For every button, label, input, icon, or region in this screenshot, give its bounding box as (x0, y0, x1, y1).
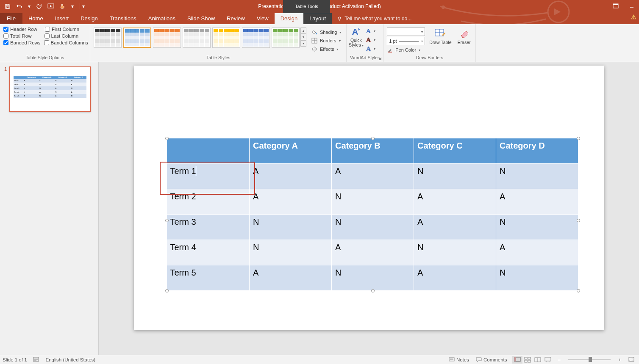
table-cell[interactable]: N (250, 215, 332, 240)
table-cell[interactable]: N (332, 265, 414, 291)
table-style-3[interactable] (183, 28, 211, 48)
checkbox-banded-rows[interactable]: Banded Rows (3, 40, 41, 45)
tab-animations[interactable]: Animations (142, 13, 181, 24)
quick-styles-button[interactable]: A Quick Styles▾ (350, 27, 362, 48)
table-header-0[interactable] (167, 138, 250, 164)
text-effects-button[interactable]: A (364, 44, 373, 53)
slide-thumbnail-1[interactable]: Category ACategory BCategory CCategory D… (9, 66, 91, 112)
reading-view-button[interactable] (533, 356, 543, 364)
checkbox-total-row[interactable]: Total Row (3, 33, 32, 39)
tab-view[interactable]: View (251, 13, 275, 24)
effects-button[interactable]: Effects▾ (310, 45, 343, 53)
zoom-slider[interactable] (568, 359, 611, 360)
start-from-beginning-button[interactable] (47, 2, 55, 11)
spell-check-icon[interactable] (33, 356, 40, 363)
table-style-4[interactable] (212, 28, 240, 48)
tab-design[interactable]: Design (75, 13, 103, 24)
normal-view-button[interactable] (512, 356, 522, 364)
gallery-scroll-up[interactable]: ▴ (300, 28, 306, 34)
table-header-3[interactable]: Category C (414, 138, 496, 164)
checkbox-first-column[interactable]: First Column (45, 27, 79, 32)
text-fill-button[interactable]: A (364, 27, 373, 35)
table-row-label[interactable]: Term 3 (167, 215, 250, 240)
touch-mode-button[interactable] (58, 2, 67, 11)
table-style-5[interactable] (242, 28, 270, 48)
table-cell[interactable]: N (496, 265, 578, 291)
language-indicator[interactable]: English (United States) (46, 357, 96, 362)
slide-canvas-area[interactable]: Category ACategory BCategory CCategory D… (99, 62, 639, 355)
text-outline-button[interactable]: A (364, 36, 373, 44)
table-style-1[interactable] (123, 28, 151, 48)
table-header-1[interactable]: Category A (250, 138, 332, 164)
table-style-2[interactable] (153, 28, 181, 48)
tab-table-layout[interactable]: Layout (303, 13, 332, 24)
redo-button[interactable] (35, 2, 43, 11)
table-cell[interactable]: N (332, 189, 414, 215)
minimize-button[interactable] (626, 2, 637, 10)
table-row-label[interactable]: Term 2 (167, 189, 250, 215)
table-cell[interactable]: N (414, 164, 496, 189)
table-object[interactable]: Category ACategory BCategory CCategory D… (167, 138, 579, 291)
table-style-6[interactable] (272, 28, 300, 48)
undo-button[interactable] (15, 2, 24, 11)
slide[interactable]: Category ACategory BCategory CCategory D… (134, 66, 604, 330)
table-cell[interactable]: N (414, 240, 496, 265)
wordart-dialog-launcher[interactable]: ◢ (377, 56, 382, 61)
zoom-out-button[interactable]: − (556, 357, 563, 362)
tab-transitions[interactable]: Transitions (104, 13, 142, 24)
pen-style-combo[interactable]: ▾ (387, 28, 425, 36)
tab-insert[interactable]: Insert (49, 13, 75, 24)
tab-slideshow[interactable]: Slide Show (181, 13, 221, 24)
table-cell[interactable]: A (496, 240, 578, 265)
eraser-button[interactable]: Eraser (456, 27, 472, 46)
table-cell[interactable]: A (250, 189, 332, 215)
table-row-label[interactable]: Term 4 (167, 240, 250, 265)
table-cell[interactable]: A (414, 265, 496, 291)
fit-to-window-button[interactable] (626, 356, 636, 363)
slide-thumbnails-panel[interactable]: 1 Category ACategory BCategory CCategory… (0, 62, 99, 355)
checkbox-header-row[interactable]: Header Row (3, 27, 37, 32)
table-row-label[interactable]: Term 5 (167, 265, 250, 291)
slide-indicator[interactable]: Slide 1 of 1 (3, 357, 27, 362)
table-cell[interactable]: A (332, 164, 414, 189)
table-cell[interactable]: A (414, 189, 496, 215)
touch-dropdown[interactable]: ▾ (70, 3, 75, 9)
table-cell[interactable]: A (250, 265, 332, 291)
borders-button[interactable]: Borders▾ (310, 37, 343, 44)
draw-table-button[interactable]: Draw Table (428, 27, 453, 46)
tell-me-search[interactable]: Tell me what you want to do... (332, 14, 417, 24)
table-cell[interactable]: A (250, 164, 332, 189)
table-header-4[interactable]: Category D (496, 138, 578, 164)
table-header-2[interactable]: Category B (332, 138, 414, 164)
table-cell[interactable]: N (332, 215, 414, 240)
tab-table-design[interactable]: Design (275, 13, 303, 24)
table-cell[interactable]: N (496, 215, 578, 240)
notes-button[interactable]: Notes (447, 356, 471, 363)
pen-color-button[interactable]: Pen Color▾ (387, 46, 425, 54)
slideshow-view-button[interactable] (543, 356, 553, 364)
tab-review[interactable]: Review (221, 13, 251, 24)
pen-weight-combo[interactable]: 1 pt▾ (387, 37, 425, 45)
checkbox-banded-columns[interactable]: Banded Columns (44, 40, 88, 45)
tab-file[interactable]: File (0, 13, 22, 24)
table-cell[interactable]: N (496, 164, 578, 189)
zoom-in-button[interactable]: + (617, 357, 623, 362)
table-cell[interactable]: A (414, 215, 496, 240)
slide-sorter-view-button[interactable] (522, 356, 533, 364)
table-style-0[interactable] (94, 28, 122, 48)
qat-customize[interactable]: ▾ (80, 3, 84, 9)
comments-button[interactable]: Comments (474, 356, 509, 363)
table-row-label[interactable]: Term 1 (167, 164, 250, 189)
gallery-scroll-down[interactable]: ▾ (300, 34, 306, 40)
ribbon-display-options[interactable] (610, 2, 621, 10)
undo-dropdown[interactable]: ▾ (27, 3, 31, 9)
checkbox-last-column[interactable]: Last Column (44, 33, 79, 39)
warning-icon[interactable]: ⚠ (631, 14, 636, 20)
save-button[interactable] (3, 2, 12, 11)
table-cell[interactable]: A (332, 240, 414, 265)
table-cell[interactable]: A (496, 189, 578, 215)
shading-button[interactable]: Shading▾ (310, 28, 343, 36)
gallery-more[interactable]: ▾ (300, 40, 306, 47)
table-cell[interactable]: N (250, 240, 332, 265)
tab-home[interactable]: Home (22, 13, 49, 24)
